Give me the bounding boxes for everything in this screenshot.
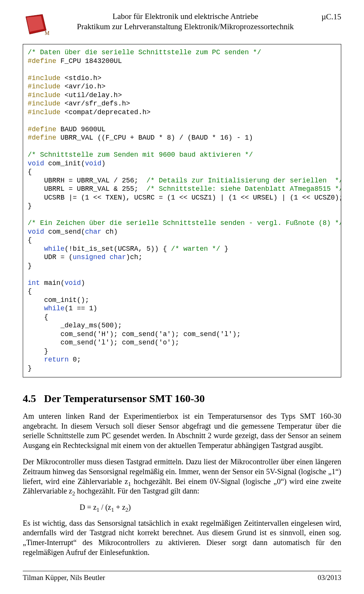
section-heading: 4.5Der Temperatursensor SMT 160-30 <box>23 393 341 405</box>
footer-authors: Tilman Küpper, Nils Beutler <box>23 574 105 582</box>
header-line2: Praktikum zur Lehrveranstaltung Elektron… <box>57 22 314 32</box>
section-number: 4.5 <box>23 393 44 405</box>
paragraph-2: Der Mikrocontroller muss diesen Tastgrad… <box>23 457 341 496</box>
paragraph-3: Es ist wichtig, dass das Sensorsignal ta… <box>23 519 341 557</box>
code-directive: #define <box>28 57 56 65</box>
footer-date: 03/2013 <box>318 574 341 582</box>
header-title: Labor für Elektronik und elektrische Ant… <box>57 11 314 32</box>
page-number-label: µC.15 <box>322 11 341 22</box>
paragraph-1: Am unteren linken Rand der Experimentier… <box>23 412 341 450</box>
svg-text:M: M <box>45 30 49 36</box>
code-comment: /* Daten über die serielle Schnittstelle… <box>28 49 261 56</box>
formula: D = z1 / (z1 + z2) <box>80 503 341 512</box>
page-header: M Labor für Elektronik und elektrische A… <box>23 11 341 36</box>
logo: M <box>23 14 49 36</box>
code-listing: /* Daten über die serielle Schnittstelle… <box>23 44 341 377</box>
page-footer: Tilman Küpper, Nils Beutler 03/2013 <box>23 571 341 582</box>
header-line1: Labor für Elektronik und elektrische Ant… <box>57 11 314 22</box>
section-title: Der Temperatursensor SMT 160-30 <box>44 393 205 404</box>
